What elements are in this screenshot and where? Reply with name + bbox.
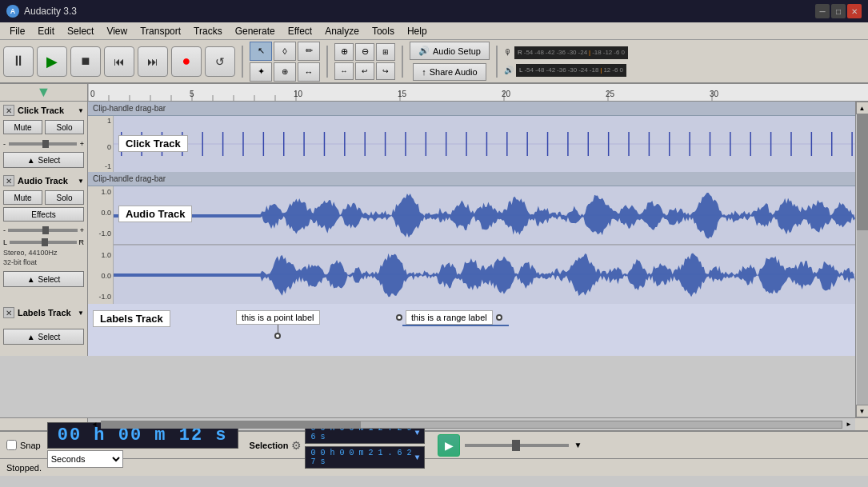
- playback-speed-slider[interactable]: [465, 444, 569, 447]
- zoom-tool-button[interactable]: ⊕: [274, 62, 296, 82]
- audio-collapse-icon: ▲: [27, 275, 35, 284]
- audio-pan-control: L R: [3, 238, 84, 246]
- point-label-box[interactable]: this is a point label: [236, 310, 320, 325]
- gain-plus-icon: +: [80, 226, 84, 234]
- audio-track-select-button[interactable]: ▲ Select: [3, 271, 84, 287]
- labels-track-close[interactable]: ✕: [3, 307, 14, 318]
- bottom-bar: Snap 00 h 00 m 12 s Seconds Selection ⚙ …: [0, 430, 868, 458]
- snap-checkbox[interactable]: [6, 440, 17, 450]
- scrollbar-down-button[interactable]: ▼: [856, 405, 869, 417]
- click-track-header: ✕ Click Track ▼: [3, 105, 84, 116]
- scrollbar-up-button[interactable]: ▲: [856, 102, 869, 114]
- audio-sample-rate: Stereo, 44100Hz: [3, 249, 84, 258]
- record-meter-row: 🎙 R -54 -48 -42 -36 -30 -24 | -18 -12 -6…: [504, 45, 628, 61]
- selection-settings-icon[interactable]: ⚙: [291, 439, 302, 452]
- menu-view[interactable]: View: [100, 24, 134, 38]
- click-track-gain-slider[interactable]: [9, 142, 77, 146]
- share-audio-button[interactable]: ↑ Share Audio: [413, 63, 486, 81]
- audio-scale-1-0-b: 1.0: [90, 251, 111, 259]
- click-track-select-button[interactable]: ▲ Select: [3, 152, 84, 168]
- audio-pan-slider[interactable]: [10, 241, 76, 244]
- click-track-close[interactable]: ✕: [3, 105, 14, 116]
- audio-gain-slider[interactable]: [8, 229, 78, 232]
- h-scrollbar-thumb[interactable]: [102, 421, 361, 428]
- audio-track-menu[interactable]: ▼: [78, 178, 84, 185]
- app-title: Audacity 3.3: [24, 6, 77, 17]
- labels-track-menu[interactable]: ▼: [78, 309, 84, 317]
- skip-back-button[interactable]: ⏮: [104, 46, 134, 77]
- vertical-scrollbar[interactable]: ▲ ▼: [855, 102, 868, 417]
- sel-end-arrow[interactable]: ▼: [414, 453, 419, 462]
- playback-play-button[interactable]: ▶: [438, 434, 460, 457]
- click-track-name-overlay[interactable]: Click Track: [118, 135, 188, 152]
- selection-label: Selection: [250, 441, 289, 450]
- minimize-button[interactable]: ─: [815, 4, 830, 18]
- audio-track-close[interactable]: ✕: [3, 175, 14, 186]
- play-button[interactable]: ▶: [37, 46, 67, 77]
- stop-button[interactable]: ■: [70, 46, 101, 77]
- pan-left-label: L: [3, 238, 7, 246]
- select-tool-button[interactable]: ↖: [250, 42, 272, 61]
- click-track-solo-button[interactable]: Solo: [45, 120, 84, 134]
- zoom-undo-button[interactable]: ↩: [355, 62, 374, 80]
- labels-track-name-overlay[interactable]: Labels Track: [93, 310, 170, 327]
- skip-fwd-button[interactable]: ⏭: [138, 46, 168, 77]
- labels-track-name: Labels Track: [18, 308, 74, 317]
- menu-transport[interactable]: Transport: [134, 24, 187, 38]
- click-clip-handle[interactable]: Clip-handle drag-bar: [88, 102, 855, 116]
- title-left: A Audacity 3.3: [6, 5, 77, 18]
- h-scroll-right[interactable]: ►: [842, 421, 855, 428]
- zoom-in-button[interactable]: ⊕: [334, 43, 354, 61]
- close-button[interactable]: ✕: [847, 4, 862, 18]
- scrollbar-thumb[interactable]: [857, 114, 868, 230]
- labels-track-row: ✕ Labels Track ▼ ▲ Select Labels Track t: [0, 304, 855, 356]
- click-waveform-area: 1 0 -1 Click Track: [88, 116, 855, 172]
- speed-menu-icon[interactable]: ▼: [574, 441, 582, 449]
- audio-track-solo-button[interactable]: Solo: [45, 190, 84, 205]
- menu-edit[interactable]: Edit: [31, 24, 61, 38]
- multitool-button[interactable]: ✦: [250, 62, 272, 82]
- audio-clip-handle[interactable]: Clip-handle drag-bar: [88, 172, 855, 186]
- audio-track-mute-button[interactable]: Mute: [3, 190, 42, 205]
- zoom-out-button[interactable]: ⊖: [355, 43, 374, 61]
- audio-track-name-overlay[interactable]: Audio Track: [118, 206, 192, 222]
- zoom-redo-button[interactable]: ↪: [376, 62, 395, 80]
- audio-setup-button[interactable]: 🔊 Audio Setup: [410, 42, 490, 60]
- play-cursor-icon: ▼: [37, 84, 51, 101]
- menu-help[interactable]: Help: [401, 24, 434, 38]
- envelope-tool-button[interactable]: ◊: [274, 42, 296, 61]
- menu-tools[interactable]: Tools: [366, 24, 401, 38]
- audio-waveform-area: 1.0 0.0 -1.0 1.0 0.0 -1.0 Audio Track: [88, 186, 855, 304]
- time-unit-select[interactable]: Seconds: [47, 450, 123, 468]
- click-track-menu[interactable]: ▼: [78, 107, 84, 114]
- audio-waveform-canvas: Audio Track: [114, 186, 855, 304]
- menu-tracks[interactable]: Tracks: [187, 24, 229, 38]
- audio-scale: 1.0 0.0 -1.0 1.0 0.0 -1.0: [88, 186, 114, 304]
- audio-track-waveform: Clip-handle drag-bar 1.0 0.0 -1.0 1.0 0.…: [88, 172, 855, 304]
- range-label-annotation: this is a range label: [396, 310, 502, 325]
- timeshift-tool-button[interactable]: ↔: [298, 62, 320, 82]
- audio-gain-control: - +: [3, 226, 84, 234]
- click-track-mute-button[interactable]: Mute: [3, 120, 42, 134]
- audio-track-effects-button[interactable]: Effects: [3, 207, 84, 222]
- snap-control: Snap: [6, 440, 41, 450]
- menu-analyze[interactable]: Analyze: [318, 24, 366, 38]
- loop-button[interactable]: ↺: [205, 46, 235, 77]
- menu-effect[interactable]: Effect: [282, 24, 318, 38]
- click-clip-handle-text: Clip-handle drag-bar: [93, 104, 166, 113]
- menu-select[interactable]: Select: [61, 24, 100, 38]
- pause-button[interactable]: ⏸: [3, 46, 34, 77]
- h-scroll-left[interactable]: ◄: [88, 421, 101, 428]
- draw-tool-button[interactable]: ✏: [298, 42, 320, 61]
- snap-label[interactable]: Snap: [20, 441, 41, 450]
- collapse-icon: ▲: [27, 156, 35, 165]
- menu-file[interactable]: File: [3, 24, 31, 38]
- svg-text:10: 10: [294, 90, 303, 98]
- labels-track-select-button[interactable]: ▲ Select: [3, 329, 84, 345]
- maximize-button[interactable]: □: [831, 4, 846, 18]
- record-button[interactable]: ●: [171, 46, 202, 77]
- range-label-box[interactable]: this is a range label: [406, 310, 493, 325]
- zoom-fit-button[interactable]: ⊞: [376, 43, 395, 61]
- zoom-sel-button[interactable]: ↔: [334, 62, 354, 80]
- menu-generate[interactable]: Generate: [229, 24, 282, 38]
